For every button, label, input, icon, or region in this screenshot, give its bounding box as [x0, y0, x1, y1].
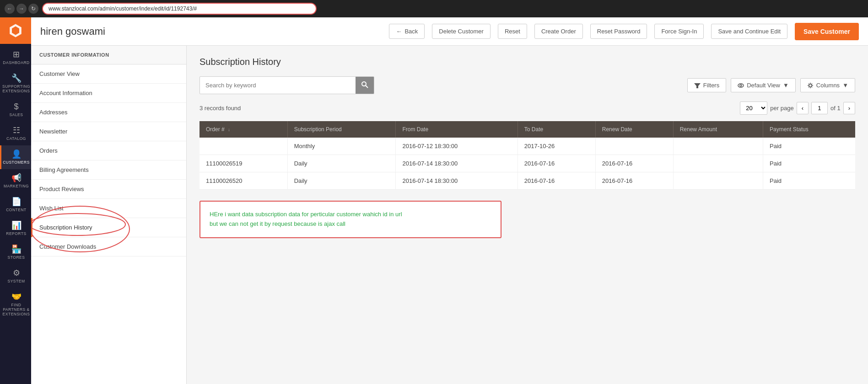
content-area: CUSTOMER INFORMATION Customer View Accou…: [31, 46, 868, 384]
nav-item-subscription-history[interactable]: Subscription History: [31, 218, 186, 237]
cell-payment-status: Paid: [763, 138, 855, 155]
nav-item-billing-agreements[interactable]: Billing Agreements: [31, 160, 186, 180]
nav-item-account-info[interactable]: Account Information: [31, 84, 186, 103]
sidebar-item-catalog[interactable]: ☷ CATALOG: [0, 122, 31, 145]
create-order-label: Create Order: [541, 28, 576, 35]
col-renew-date: Renew Date: [595, 121, 673, 138]
cell-to-date: 2016-07-16: [518, 155, 595, 172]
search-icon: [361, 81, 368, 88]
browser-bar: ← → ↻ www.stanzlocal.com/admin/customer/…: [0, 0, 868, 17]
reset-password-label: Reset Password: [597, 28, 641, 35]
eye-icon: [738, 82, 744, 89]
back-button[interactable]: ← Back: [389, 24, 425, 39]
sidebar-item-label: SALES: [10, 112, 23, 117]
right-panel: Subscription History: [187, 46, 868, 384]
cell-order-num: [199, 138, 287, 155]
nav-item-customer-downloads[interactable]: Customer Downloads: [31, 237, 186, 256]
nav-item-customer-view[interactable]: Customer View: [31, 64, 186, 84]
table-body: Monthly 2016-07-12 18:30:00 2017-10-26 P…: [199, 138, 855, 190]
browser-nav-buttons: ← → ↻: [5, 4, 38, 14]
magento-logo: [0, 17, 31, 44]
delete-label: Delete Customer: [439, 28, 484, 35]
cell-from-date: 2016-07-14 18:30:00: [396, 155, 518, 172]
sidebar-item-label: CUSTOMERS: [3, 160, 30, 165]
col-payment-status: Payment Status: [763, 121, 855, 138]
next-page-button[interactable]: ›: [843, 102, 855, 114]
browser-back-button[interactable]: ←: [5, 4, 15, 14]
reset-password-button[interactable]: Reset Password: [590, 24, 647, 39]
pagination: 20 50 100 200 per page ‹ of 1 ›: [740, 101, 855, 115]
nav-item-newsletter[interactable]: Newsletter: [31, 122, 186, 141]
sidebar-item-label: CATALOG: [6, 136, 26, 141]
cell-subscription-period: Daily: [287, 172, 396, 190]
reset-button[interactable]: Reset: [498, 24, 527, 39]
browser-refresh-button[interactable]: ↻: [28, 4, 38, 14]
nav-item-wish-list[interactable]: Wish List: [31, 199, 186, 218]
search-button[interactable]: [356, 77, 374, 94]
nav-item-addresses[interactable]: Addresses: [31, 103, 186, 122]
svg-point-10: [809, 84, 812, 87]
cell-renew-date: [595, 138, 673, 155]
sales-icon: $: [14, 102, 18, 111]
url-bar[interactable]: www.stanzlocal.com/admin/customer/index/…: [42, 3, 317, 15]
cell-to-date: 2016-07-16: [518, 172, 595, 190]
table-row: Monthly 2016-07-12 18:30:00 2017-10-26 P…: [199, 138, 855, 155]
save-continue-button[interactable]: Save and Continue Edit: [711, 24, 787, 39]
cell-payment-status: Paid: [763, 172, 855, 190]
create-order-button[interactable]: Create Order: [534, 24, 583, 39]
sidebar-item-content[interactable]: 📄 CONTENT: [0, 193, 31, 217]
default-view-button[interactable]: Default View ▼: [731, 78, 796, 92]
col-subscription-period: Subscription Period: [287, 121, 396, 138]
svg-point-9: [740, 85, 742, 86]
cell-order-num: 11100026519: [199, 155, 287, 172]
col-from-date: From Date: [396, 121, 518, 138]
sidebar-item-label: REPORTS: [6, 231, 26, 236]
svg-point-8: [738, 84, 744, 87]
annotation-text-line2: but we can not get it by request because…: [210, 219, 491, 229]
sidebar-item-customers[interactable]: 👤 CUSTOMERS: [0, 145, 31, 169]
sidebar-item-stores[interactable]: 🏪 STORES: [0, 240, 31, 264]
page-input[interactable]: [811, 102, 828, 114]
page-of-label: of 1: [830, 105, 841, 112]
sidebar-item-label: FIND PARTNERS & EXTENSIONS: [3, 303, 30, 316]
sidebar-item-dashboard[interactable]: ⊞ DASHBOARD: [0, 46, 31, 69]
sidebar-item-find-partners[interactable]: 🤝 FIND PARTNERS & EXTENSIONS: [0, 288, 31, 321]
browser-forward-button[interactable]: →: [16, 4, 27, 14]
filters-button[interactable]: Filters: [687, 78, 726, 92]
table-header: Order # ↓ Subscription Period From Date …: [199, 121, 855, 138]
cell-from-date: 2016-07-14 18:30:00: [396, 172, 518, 190]
filter-icon: [694, 82, 701, 89]
nav-item-orders[interactable]: Orders: [31, 141, 186, 160]
nav-item-product-reviews[interactable]: Product Reviews: [31, 180, 186, 199]
prev-page-button[interactable]: ‹: [797, 102, 809, 114]
col-renew-amount: Renew Amount: [673, 121, 763, 138]
cell-payment-status: Paid: [763, 155, 855, 172]
gear-icon: [807, 82, 814, 89]
sidebar-item-sales[interactable]: $ SALES: [0, 98, 31, 122]
cell-renew-amount: [673, 138, 763, 155]
force-signin-button[interactable]: Force Sign-In: [654, 24, 704, 39]
app-wrapper: ⊞ DASHBOARD 🔧 SUPPORTING EXTENSIONS $ SA…: [0, 17, 868, 384]
sidebar-item-system[interactable]: ⚙ SYSTEM: [0, 264, 31, 288]
save-customer-button[interactable]: Save Customer: [795, 23, 859, 40]
sidebar-item-label: MARKETING: [4, 184, 29, 188]
top-header: hiren goswami ← Back Delete Customer Res…: [31, 17, 868, 46]
per-page-label: per page: [770, 105, 793, 112]
cell-subscription-period: Daily: [287, 155, 396, 172]
per-page-select[interactable]: 20 50 100 200: [740, 101, 767, 115]
content-icon: 📄: [11, 197, 22, 206]
sidebar-item-extensions[interactable]: 🔧 SUPPORTING EXTENSIONS: [0, 69, 31, 98]
table-row: 11100026519 Daily 2016-07-14 18:30:00 20…: [199, 155, 855, 172]
delete-customer-button[interactable]: Delete Customer: [432, 24, 491, 39]
sidebar-item-label: SYSTEM: [8, 279, 25, 283]
sidebar-item-reports[interactable]: 📊 REPORTS: [0, 217, 31, 240]
svg-line-6: [366, 85, 368, 88]
records-count: 3 records found: [199, 105, 241, 112]
save-continue-label: Save and Continue Edit: [718, 28, 781, 35]
annotation-text-line1: HEre i want data subscription data for p…: [210, 210, 491, 219]
view-chevron-icon: ▼: [783, 82, 789, 89]
catalog-icon: ☷: [13, 126, 20, 134]
search-input[interactable]: [200, 78, 356, 92]
columns-button[interactable]: Columns ▼: [800, 78, 855, 92]
sidebar-item-marketing[interactable]: 📢 MARKETING: [0, 169, 31, 193]
